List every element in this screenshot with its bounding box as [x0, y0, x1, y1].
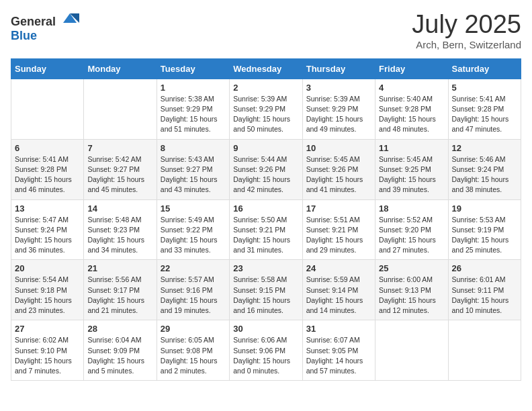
- calendar-cell: 12Sunrise: 5:46 AMSunset: 9:24 PMDayligh…: [448, 139, 521, 199]
- day-number: 23: [233, 263, 298, 273]
- day-info: Sunrise: 5:56 AMSunset: 9:17 PMDaylight:…: [87, 275, 152, 316]
- day-number: 15: [161, 203, 226, 214]
- day-info: Sunrise: 5:38 AMSunset: 9:29 PMDaylight:…: [161, 94, 226, 135]
- day-number: 7: [87, 143, 152, 153]
- calendar-cell: 24Sunrise: 5:59 AMSunset: 9:14 PMDayligh…: [302, 260, 375, 320]
- calendar-week-row: 6Sunrise: 5:41 AMSunset: 9:28 PMDaylight…: [11, 139, 521, 199]
- day-info: Sunrise: 5:39 AMSunset: 9:29 PMDaylight:…: [233, 94, 298, 135]
- weekday-header-row: SundayMondayTuesdayWednesdayThursdayFrid…: [11, 58, 521, 79]
- day-number: 22: [161, 263, 226, 273]
- calendar-cell: 3Sunrise: 5:39 AMSunset: 9:29 PMDaylight…: [302, 79, 375, 139]
- day-info: Sunrise: 5:52 AMSunset: 9:20 PMDaylight:…: [379, 215, 444, 256]
- calendar-cell: [84, 79, 157, 139]
- calendar-cell: 8Sunrise: 5:43 AMSunset: 9:27 PMDaylight…: [157, 139, 229, 199]
- day-info: Sunrise: 5:48 AMSunset: 9:23 PMDaylight:…: [87, 215, 152, 256]
- weekday-header: Friday: [375, 58, 448, 79]
- calendar-cell: 7Sunrise: 5:42 AMSunset: 9:27 PMDaylight…: [84, 139, 157, 199]
- calendar-cell: 1Sunrise: 5:38 AMSunset: 9:29 PMDaylight…: [157, 79, 229, 139]
- day-info: Sunrise: 5:46 AMSunset: 9:24 PMDaylight:…: [452, 154, 517, 195]
- day-info: Sunrise: 5:58 AMSunset: 9:15 PMDaylight:…: [233, 275, 298, 316]
- weekday-header: Sunday: [11, 58, 84, 79]
- logo-text: General Blue: [11, 11, 79, 43]
- day-info: Sunrise: 6:01 AMSunset: 9:11 PMDaylight:…: [452, 275, 517, 316]
- calendar-week-row: 1Sunrise: 5:38 AMSunset: 9:29 PMDaylight…: [11, 79, 521, 139]
- day-info: Sunrise: 5:59 AMSunset: 9:14 PMDaylight:…: [306, 275, 371, 316]
- day-info: Sunrise: 6:04 AMSunset: 9:09 PMDaylight:…: [87, 335, 152, 376]
- calendar-cell: 22Sunrise: 5:57 AMSunset: 9:16 PMDayligh…: [157, 260, 229, 320]
- day-info: Sunrise: 5:41 AMSunset: 9:28 PMDaylight:…: [452, 94, 517, 135]
- logo: General Blue: [11, 11, 79, 43]
- day-info: Sunrise: 5:47 AMSunset: 9:24 PMDaylight:…: [15, 215, 80, 256]
- day-info: Sunrise: 5:44 AMSunset: 9:26 PMDaylight:…: [233, 154, 298, 195]
- month-title: July 2025: [412, 11, 521, 39]
- calendar-cell: [448, 320, 521, 381]
- day-number: 4: [379, 83, 444, 93]
- logo-icon: [60, 11, 79, 26]
- title-area: July 2025 Arch, Bern, Switzerland: [412, 11, 521, 50]
- day-number: 24: [306, 263, 371, 273]
- page-header: General Blue July 2025 Arch, Bern, Switz…: [11, 11, 521, 50]
- day-number: 29: [161, 324, 226, 334]
- day-info: Sunrise: 6:05 AMSunset: 9:08 PMDaylight:…: [161, 335, 226, 376]
- day-number: 1: [161, 83, 226, 93]
- day-info: Sunrise: 5:51 AMSunset: 9:21 PMDaylight:…: [306, 215, 371, 256]
- weekday-header: Monday: [84, 58, 157, 79]
- day-number: 21: [87, 263, 152, 273]
- calendar-cell: 30Sunrise: 6:06 AMSunset: 9:06 PMDayligh…: [230, 320, 302, 381]
- calendar-cell: 31Sunrise: 6:07 AMSunset: 9:05 PMDayligh…: [302, 320, 375, 381]
- day-info: Sunrise: 5:39 AMSunset: 9:29 PMDaylight:…: [306, 94, 371, 135]
- day-info: Sunrise: 5:42 AMSunset: 9:27 PMDaylight:…: [87, 154, 152, 195]
- day-info: Sunrise: 5:43 AMSunset: 9:27 PMDaylight:…: [161, 154, 226, 195]
- day-number: 2: [233, 83, 298, 93]
- day-info: Sunrise: 5:40 AMSunset: 9:28 PMDaylight:…: [379, 94, 444, 135]
- day-info: Sunrise: 5:45 AMSunset: 9:26 PMDaylight:…: [306, 154, 371, 195]
- calendar-cell: 28Sunrise: 6:04 AMSunset: 9:09 PMDayligh…: [84, 320, 157, 381]
- calendar-cell: 10Sunrise: 5:45 AMSunset: 9:26 PMDayligh…: [302, 139, 375, 199]
- day-info: Sunrise: 5:53 AMSunset: 9:19 PMDaylight:…: [452, 215, 517, 256]
- day-number: 28: [87, 324, 152, 334]
- day-number: 16: [233, 203, 298, 214]
- day-number: 6: [15, 143, 80, 153]
- calendar-table: SundayMondayTuesdayWednesdayThursdayFrid…: [11, 58, 521, 381]
- calendar-cell: 13Sunrise: 5:47 AMSunset: 9:24 PMDayligh…: [11, 199, 84, 260]
- day-info: Sunrise: 6:06 AMSunset: 9:06 PMDaylight:…: [233, 335, 298, 376]
- calendar-cell: 19Sunrise: 5:53 AMSunset: 9:19 PMDayligh…: [448, 199, 521, 260]
- calendar-cell: [11, 79, 84, 139]
- weekday-header: Saturday: [448, 58, 521, 79]
- day-number: 19: [452, 203, 517, 214]
- day-info: Sunrise: 6:07 AMSunset: 9:05 PMDaylight:…: [306, 335, 371, 376]
- day-number: 17: [306, 203, 371, 214]
- calendar-cell: 14Sunrise: 5:48 AMSunset: 9:23 PMDayligh…: [84, 199, 157, 260]
- calendar-cell: 4Sunrise: 5:40 AMSunset: 9:28 PMDaylight…: [375, 79, 448, 139]
- calendar-cell: 23Sunrise: 5:58 AMSunset: 9:15 PMDayligh…: [230, 260, 302, 320]
- calendar-cell: 17Sunrise: 5:51 AMSunset: 9:21 PMDayligh…: [302, 199, 375, 260]
- calendar-cell: 16Sunrise: 5:50 AMSunset: 9:21 PMDayligh…: [230, 199, 302, 260]
- day-number: 27: [15, 324, 80, 334]
- logo-blue: Blue: [11, 29, 37, 42]
- day-info: Sunrise: 5:57 AMSunset: 9:16 PMDaylight:…: [161, 275, 226, 316]
- calendar-week-row: 20Sunrise: 5:54 AMSunset: 9:18 PMDayligh…: [11, 260, 521, 320]
- day-number: 3: [306, 83, 371, 93]
- day-info: Sunrise: 5:41 AMSunset: 9:28 PMDaylight:…: [15, 154, 80, 195]
- day-number: 13: [15, 203, 80, 214]
- day-info: Sunrise: 5:54 AMSunset: 9:18 PMDaylight:…: [15, 275, 80, 316]
- day-number: 20: [15, 263, 80, 273]
- calendar-cell: 6Sunrise: 5:41 AMSunset: 9:28 PMDaylight…: [11, 139, 84, 199]
- day-number: 31: [306, 324, 371, 334]
- day-info: Sunrise: 5:45 AMSunset: 9:25 PMDaylight:…: [379, 154, 444, 195]
- calendar-cell: 20Sunrise: 5:54 AMSunset: 9:18 PMDayligh…: [11, 260, 84, 320]
- day-info: Sunrise: 5:49 AMSunset: 9:22 PMDaylight:…: [161, 215, 226, 256]
- day-info: Sunrise: 6:02 AMSunset: 9:10 PMDaylight:…: [15, 335, 80, 376]
- calendar-cell: 9Sunrise: 5:44 AMSunset: 9:26 PMDaylight…: [230, 139, 302, 199]
- day-number: 14: [87, 203, 152, 214]
- day-number: 9: [233, 143, 298, 153]
- calendar-cell: [375, 320, 448, 381]
- calendar-cell: 18Sunrise: 5:52 AMSunset: 9:20 PMDayligh…: [375, 199, 448, 260]
- day-number: 18: [379, 203, 444, 214]
- day-number: 5: [452, 83, 517, 93]
- day-info: Sunrise: 6:00 AMSunset: 9:13 PMDaylight:…: [379, 275, 444, 316]
- calendar-week-row: 27Sunrise: 6:02 AMSunset: 9:10 PMDayligh…: [11, 320, 521, 381]
- weekday-header: Wednesday: [230, 58, 302, 79]
- day-number: 11: [379, 143, 444, 153]
- calendar-cell: 21Sunrise: 5:56 AMSunset: 9:17 PMDayligh…: [84, 260, 157, 320]
